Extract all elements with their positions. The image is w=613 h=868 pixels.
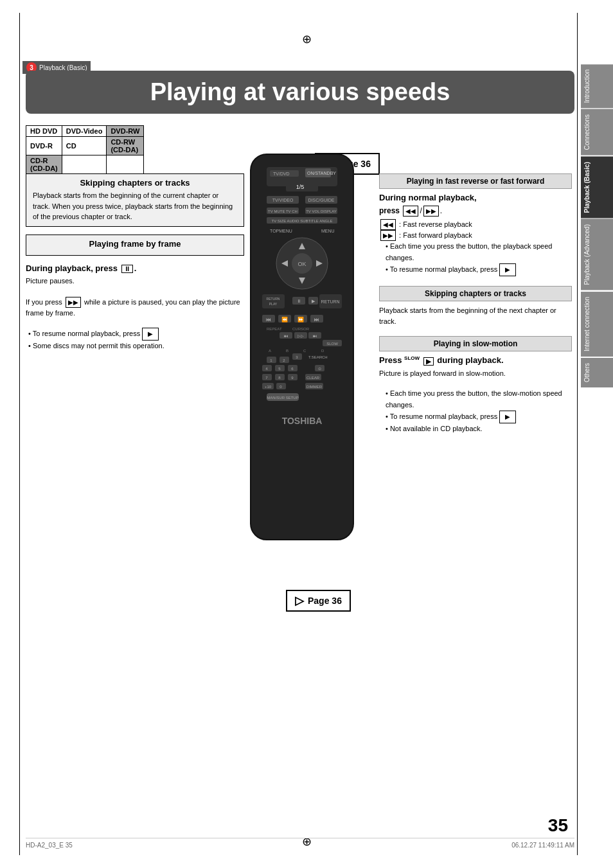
svg-text:PLAY: PLAY (269, 302, 278, 306)
chapter-label: Playback (Basic) (39, 64, 87, 71)
svg-text:⊙: ⊙ (318, 367, 321, 371)
svg-text:A: A (269, 349, 271, 353)
slow-bullet-3: Not available in CD playback. (386, 423, 572, 435)
slow-symbol: ▶ (423, 357, 434, 366)
slow-description: Picture is played forward in slow-motion… (379, 368, 572, 379)
fastfwd-symbol: ▶▶ (423, 206, 439, 217)
fast-forward-label: ▶▶ : Fast forward playback (379, 230, 572, 241)
page-ref-arrow-bottom: ▷ (295, 594, 304, 608)
svg-text:T.SEARCH: T.SEARCH (308, 355, 328, 359)
svg-text:MAN/SUR SETUP: MAN/SUR SETUP (267, 396, 298, 400)
skip-section-left: Skipping chapters or tracks Playback sta… (26, 173, 244, 227)
svg-text:TV/DVD: TV/DVD (273, 172, 290, 176)
svg-text:⏮: ⏮ (284, 334, 288, 338)
svg-text:1/5: 1/5 (296, 184, 305, 190)
compat-hddvd: HD DVD (26, 126, 62, 137)
compat-cdrw-cda: CD-RW(CD-DA) (107, 137, 144, 155)
compat-cdr-cda: CD-R(CD-DA) (26, 155, 62, 174)
fast-reverse-label: ◀◀ : Fast reverse playback (379, 219, 572, 230)
frame-picture-pauses: Picture pauses. If you press ▶▶ while a … (26, 276, 244, 319)
page-ref-bottom-label: Page 36 (308, 596, 342, 606)
page-border-left (19, 13, 20, 855)
footer: HD-A2_03_E 35 06.12.27 11:49:11 AM (26, 838, 574, 849)
left-content: Skipping chapters or tracks Playback sta… (26, 173, 244, 352)
svg-text:+10: +10 (265, 385, 272, 389)
sidebar-tab-internet[interactable]: Internet connection (581, 292, 613, 357)
frame-advance-symbol: ▶▶ (66, 297, 81, 308)
crosshair-top: ⊕ (302, 32, 312, 46)
sidebar-tab-introduction[interactable]: Introduction (581, 64, 613, 108)
slow-label: SLOW (404, 355, 420, 361)
main-title-box: Playing at various speeds (26, 71, 574, 114)
remote-svg: TV/DVD ON/STANDBY 1/5 TV/VIDEO DISC/GUID… (231, 148, 373, 565)
main-title: Playing at various speeds (39, 78, 562, 106)
resume-symbol-1: ▶ (142, 328, 159, 341)
fwd-icon: ▶▶ (380, 230, 396, 241)
fast-press-label: press ◀◀/▶▶. (379, 205, 572, 217)
svg-text:▷▷: ▷▷ (298, 334, 304, 338)
footer-left: HD-A2_03_E 35 (26, 842, 73, 849)
svg-text:DIMMER: DIMMER (306, 385, 323, 389)
slow-bullets: Each time you press the button, the slow… (379, 388, 572, 435)
compat-empty1 (62, 155, 107, 174)
frame-press-instruction: During playback, press ⏸. (26, 263, 244, 273)
skip-section-right-title: Skipping chapters or tracks (379, 286, 572, 301)
resume-symbol-fast: ▶ (499, 263, 516, 276)
frame-bullets: To resume normal playback, press ▶ Some … (28, 328, 244, 352)
skip-section-right-content: Playback starts from the beginning of th… (379, 305, 572, 326)
svg-text:⏩: ⏩ (298, 316, 304, 323)
frame-bullet-2: Some discs may not permit this operation… (28, 341, 244, 352)
svg-text:RETURN: RETURN (267, 297, 280, 301)
svg-text:C: C (303, 349, 306, 353)
slow-section-title: Playing in slow-motion (379, 336, 572, 351)
svg-text:TV/VIDEO: TV/VIDEO (272, 198, 294, 202)
svg-text:D: D (321, 349, 324, 353)
fast-bullet-1: Each time you press the button, the play… (386, 241, 572, 263)
sidebar-tab-others[interactable]: Others (581, 358, 613, 387)
svg-text:⏮: ⏮ (266, 317, 271, 323)
svg-text:⏸: ⏸ (297, 299, 301, 303)
fast-bullet-2: To resume normal playback, press ▶ (386, 263, 572, 276)
slow-bullet-2: To resume normal playback, press ▶ (386, 411, 572, 423)
svg-text:⏪: ⏪ (281, 316, 288, 323)
frame-section: Playing frame by frame (26, 235, 244, 256)
skip-title-left: Skipping chapters or tracks (33, 178, 237, 188)
svg-text:REPEAT: REPEAT (267, 327, 282, 331)
sidebar-tab-playback-advanced[interactable]: Playback (Advanced) (581, 219, 613, 290)
compat-cd: CD (62, 137, 107, 155)
svg-rect-0 (251, 154, 353, 540)
fast-during-label: During normal playback, (379, 193, 572, 202)
sidebar-tab-playback-basic[interactable]: Playback (Basic) (581, 157, 613, 218)
remote-area: TV/DVD ON/STANDBY 1/5 TV/VIDEO DISC/GUID… (218, 148, 386, 585)
compat-dvdr: DVD-R (26, 137, 62, 155)
resume-symbol-slow: ▶ (499, 411, 516, 423)
svg-text:TV VOL  DISPLAY: TV VOL DISPLAY (306, 209, 337, 213)
rewind-symbol: ◀◀ (403, 206, 418, 217)
svg-text:SLOW: SLOW (326, 342, 338, 346)
pause-symbol: ⏸ (121, 265, 133, 273)
svg-text:OK: OK (298, 261, 306, 267)
svg-text:CURSOR: CURSOR (292, 327, 310, 331)
svg-text:RETURN: RETURN (321, 299, 339, 304)
right-sidebar: Introduction Connections Playback (Basic… (581, 64, 613, 387)
compat-table: HD DVD DVD-Video DVD-RW DVD-R CD CD-RW(C… (26, 125, 144, 174)
svg-text:B: B (286, 349, 289, 353)
page-border-right (577, 13, 578, 855)
sidebar-tab-connections[interactable]: Connections (581, 109, 613, 155)
svg-text:CLEAR: CLEAR (306, 376, 320, 380)
right-content: Playing in fast reverse or fast forward … (379, 173, 572, 435)
svg-text:TOSHIBA: TOSHIBA (282, 416, 323, 426)
rewind-icon: ◀◀ (380, 219, 396, 230)
fast-section-title: Playing in fast reverse or fast forward (379, 173, 572, 189)
fast-bullets: Each time you press the button, the play… (379, 241, 572, 276)
compat-dvdrw: DVD-RW (107, 126, 144, 137)
footer-right: 06.12.27 11:49:11 AM (511, 842, 574, 849)
svg-text:TV SIZE  AUDIO  SUBTITLE  ANGL: TV SIZE AUDIO SUBTITLE ANGLE (271, 219, 332, 223)
svg-text:⏭: ⏭ (313, 334, 317, 338)
svg-text:DISC/GUIDE: DISC/GUIDE (308, 198, 335, 202)
frame-bullet-1: To resume normal playback, press ▶ (28, 328, 244, 341)
frame-title: Playing frame by frame (33, 239, 237, 249)
slow-bullet-1: Each time you press the button, the slow… (386, 388, 572, 411)
compat-empty2 (107, 155, 144, 174)
svg-text:MENU: MENU (321, 229, 335, 233)
